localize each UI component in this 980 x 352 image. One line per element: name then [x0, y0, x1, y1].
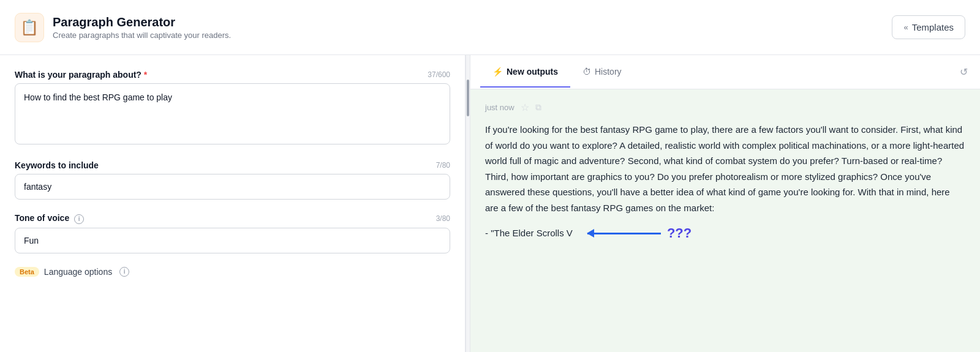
required-marker: * — [144, 70, 147, 80]
paragraph-about-char-count: 37/600 — [428, 70, 450, 79]
tab-history[interactable]: ⏱ History — [570, 57, 634, 88]
templates-button[interactable]: « Templates — [892, 15, 965, 39]
lightning-icon: ⚡ — [492, 67, 503, 77]
language-options-label: Language options — [44, 267, 112, 277]
blue-arrow-icon — [587, 233, 661, 234]
chevrons-left-icon: « — [903, 23, 908, 32]
keywords-field-group: Keywords to include 7/80 — [15, 160, 450, 200]
output-text: If you're looking for the best fantasy R… — [485, 122, 965, 215]
tone-input[interactable] — [15, 228, 450, 253]
history-label: History — [595, 67, 622, 77]
tabs-left: ⚡ New outputs ⏱ History — [480, 57, 634, 87]
app-header: 📋 Paragraph Generator Create paragraphs … — [0, 0, 980, 55]
keywords-char-count: 7/80 — [436, 161, 450, 170]
app-title: Paragraph Generator — [53, 15, 231, 29]
tone-info-icon[interactable]: i — [74, 214, 84, 224]
keywords-label-row: Keywords to include 7/80 — [15, 160, 450, 170]
output-tabs: ⚡ New outputs ⏱ History ↺ — [470, 55, 980, 89]
app-icon: 📋 — [15, 13, 44, 42]
copy-icon[interactable]: ⧉ — [535, 102, 541, 113]
output-time: just now — [485, 103, 514, 112]
language-info-icon[interactable]: i — [119, 267, 129, 277]
scroll-thumb — [467, 80, 469, 116]
main-content: What is your paragraph about? * 37/600 K… — [0, 55, 980, 352]
output-partial-line: - "The Elder Scrolls V ??? — [485, 225, 965, 241]
beta-badge: Beta — [15, 267, 39, 277]
keywords-label: Keywords to include — [15, 160, 99, 170]
tone-label: Tone of voice i — [15, 213, 84, 224]
left-panel: What is your paragraph about? * 37/600 K… — [0, 55, 466, 352]
new-outputs-label: New outputs — [507, 67, 558, 77]
keywords-input[interactable] — [15, 174, 450, 200]
tab-new-outputs[interactable]: ⚡ New outputs — [480, 57, 570, 88]
refresh-button[interactable]: ↺ — [957, 64, 970, 80]
tone-field-group: Tone of voice i 3/80 — [15, 213, 450, 253]
app-title-group: Paragraph Generator Create paragraphs th… — [53, 15, 231, 40]
templates-label: Templates — [912, 22, 954, 32]
arrow-annotation: ??? — [587, 225, 692, 241]
output-meta: just now ☆ ⧉ — [485, 102, 965, 113]
language-options-row: Beta Language options i — [15, 267, 450, 277]
app-subtitle: Create paragraphs that will captivate yo… — [53, 31, 231, 40]
paragraph-about-field-group: What is your paragraph about? * 37/600 — [15, 70, 450, 147]
header-left: 📋 Paragraph Generator Create paragraphs … — [15, 13, 231, 42]
clock-icon: ⏱ — [582, 67, 591, 77]
paragraph-about-label-row: What is your paragraph about? * 37/600 — [15, 70, 450, 80]
right-panel: ⚡ New outputs ⏱ History ↺ just now ☆ ⧉ I… — [470, 55, 980, 352]
tone-label-row: Tone of voice i 3/80 — [15, 213, 450, 224]
star-icon[interactable]: ☆ — [521, 102, 529, 113]
scroll-divider — [466, 55, 470, 352]
partial-text: - "The Elder Scrolls V — [485, 225, 573, 241]
paragraph-about-input[interactable] — [15, 83, 450, 144]
question-marks-annotation: ??? — [667, 225, 692, 241]
tone-char-count: 3/80 — [436, 214, 450, 223]
output-content: just now ☆ ⧉ If you're looking for the b… — [470, 89, 980, 352]
paragraph-about-label: What is your paragraph about? * — [15, 70, 147, 80]
